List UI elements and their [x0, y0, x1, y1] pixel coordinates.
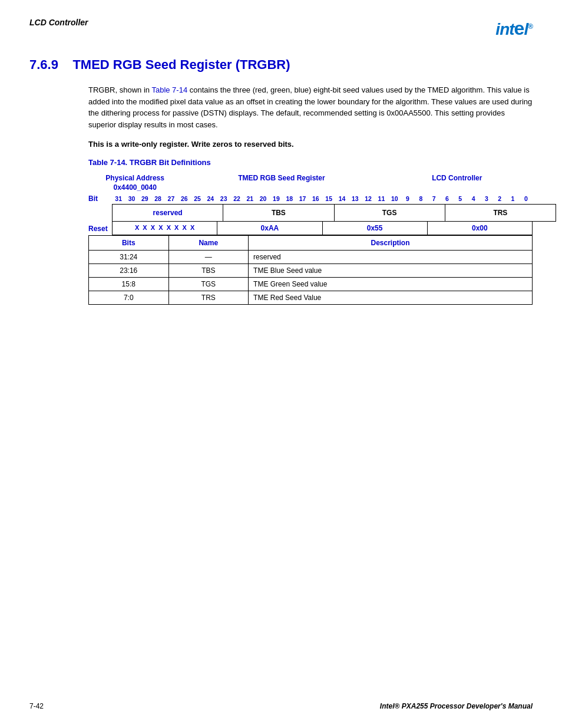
bit-7: 7 — [428, 195, 441, 202]
row3-name: TGS — [168, 278, 249, 291]
table-header-row: Bits Name Description — [89, 236, 533, 251]
logo-text: intel — [495, 20, 528, 38]
bit-15: 15 — [322, 195, 335, 202]
col-name: Name — [168, 236, 249, 251]
row4-name: TRS — [168, 291, 249, 305]
bit-28: 28 — [151, 195, 164, 202]
row2-description: TME Blue Seed value — [249, 264, 533, 278]
bit-23: 23 — [217, 195, 230, 202]
bit-label: Bit — [88, 195, 112, 203]
physical-address-value: 0x4400_0040 — [88, 183, 181, 193]
row4-description: TME Red Seed Value — [249, 291, 533, 305]
body-paragraph: TRGBR, shown in Table 7-14 contains the … — [88, 84, 533, 130]
controller-header: LCD Controller — [382, 174, 533, 192]
row1-description: reserved — [249, 251, 533, 264]
register-header-row: Physical Address 0x4400_0040 TMED RGB Se… — [88, 174, 533, 192]
page-header: LCD Controller intel® — [29, 18, 533, 39]
reset-tbs: 0xAA — [217, 222, 322, 235]
row3-description: TME Green Seed value — [249, 278, 533, 291]
bit-31: 31 — [112, 195, 125, 202]
bit-29: 29 — [138, 195, 151, 202]
bit-2: 2 — [493, 195, 506, 202]
physical-address-header: Physical Address 0x4400_0040 — [88, 174, 181, 192]
bit-14: 14 — [335, 195, 348, 202]
logo-registered: ® — [528, 22, 533, 31]
footer-title: Intel® PXA255 Processor Developer's Manu… — [380, 702, 533, 710]
bit-12: 12 — [362, 195, 375, 202]
field-tbs: TBS — [223, 205, 334, 221]
page-footer: 7-42 Intel® PXA255 Processor Developer's… — [29, 702, 533, 710]
row1-bits: 31:24 — [89, 251, 169, 264]
col-bits: Bits — [89, 236, 169, 251]
bit-22: 22 — [230, 195, 243, 202]
bit-11: 11 — [375, 195, 388, 202]
bit-number-row: Bit 31 30 29 28 27 26 25 24 23 22 21 20 … — [88, 195, 533, 203]
bit-definitions-table: Bits Name Description 31:24 — reserved 2… — [88, 235, 533, 305]
bit-1: 1 — [506, 195, 519, 202]
register-fields-container: reserved TBS TGS TRS — [112, 204, 556, 222]
section-number: 7.6.9 — [29, 57, 58, 72]
table-link[interactable]: Table 7-14 — [151, 85, 187, 94]
table-title: Table 7-14. TRGBR Bit Definitions — [88, 158, 533, 167]
reset-label: Reset — [88, 225, 112, 233]
reset-tgs: 0x55 — [323, 222, 428, 235]
bit-17: 17 — [296, 195, 309, 202]
field-tgs: TGS — [335, 205, 445, 221]
field-reserved: reserved — [113, 205, 223, 221]
bit-24: 24 — [204, 195, 217, 202]
intel-logo: intel® — [495, 18, 533, 39]
bit-5: 5 — [454, 195, 467, 202]
bit-20: 20 — [256, 195, 269, 202]
row4-bits: 7:0 — [89, 291, 169, 305]
bit-10: 10 — [388, 195, 401, 202]
row2-bits: 23:16 — [89, 264, 169, 278]
bit-16: 16 — [309, 195, 322, 202]
bit-26: 26 — [178, 195, 191, 202]
bit-9: 9 — [401, 195, 414, 202]
bit-21: 21 — [243, 195, 256, 202]
table-row: 7:0 TRS TME Red Seed Value — [89, 291, 533, 305]
reset-reserved: X X X X X X X X — [113, 222, 217, 235]
bold-note: This is a write-only register. Write zer… — [88, 140, 533, 149]
bit-13: 13 — [349, 195, 362, 202]
bit-3: 3 — [480, 195, 493, 202]
page-number: 7-42 — [29, 702, 44, 710]
bit-27: 27 — [164, 195, 177, 202]
table-row: 31:24 — reserved — [89, 251, 533, 264]
register-name-header: TMED RGB Seed Register — [181, 174, 381, 192]
bit-18: 18 — [283, 195, 296, 202]
col-description: Description — [249, 236, 533, 251]
bit-8: 8 — [414, 195, 427, 202]
bit-25: 25 — [191, 195, 204, 202]
row3-bits: 15:8 — [89, 278, 169, 291]
section-heading: TMED RGB Seed Register (TRGBR) — [72, 57, 290, 72]
bit-6: 6 — [441, 195, 454, 202]
section-title: 7.6.9 TMED RGB Seed Register (TRGBR) — [29, 57, 533, 73]
register-table: Physical Address 0x4400_0040 TMED RGB Se… — [88, 174, 533, 305]
bit-19: 19 — [270, 195, 283, 202]
row2-name: TBS — [168, 264, 249, 278]
bit-0: 0 — [520, 195, 533, 202]
table-row: 23:16 TBS TME Blue Seed value — [89, 264, 533, 278]
header-title: LCD Controller — [29, 18, 88, 27]
register-fields-row: reserved TBS TGS TRS — [112, 204, 556, 222]
row1-name: — — [168, 251, 249, 264]
content-area: TRGBR, shown in Table 7-14 contains the … — [88, 84, 533, 305]
bit-30: 30 — [125, 195, 138, 202]
reset-values: X X X X X X X X 0xAA 0x55 0x00 — [112, 222, 533, 235]
physical-address-label: Physical Address — [88, 174, 181, 183]
reset-row: Reset X X X X X X X X 0xAA 0x55 0x00 — [88, 222, 533, 235]
table-row: 15:8 TGS TME Green Seed value — [89, 278, 533, 291]
field-trs: TRS — [445, 205, 556, 221]
reset-trs: 0x00 — [428, 222, 532, 235]
bit-numbers: 31 30 29 28 27 26 25 24 23 22 21 20 19 1… — [112, 195, 533, 202]
bit-4: 4 — [467, 195, 480, 202]
